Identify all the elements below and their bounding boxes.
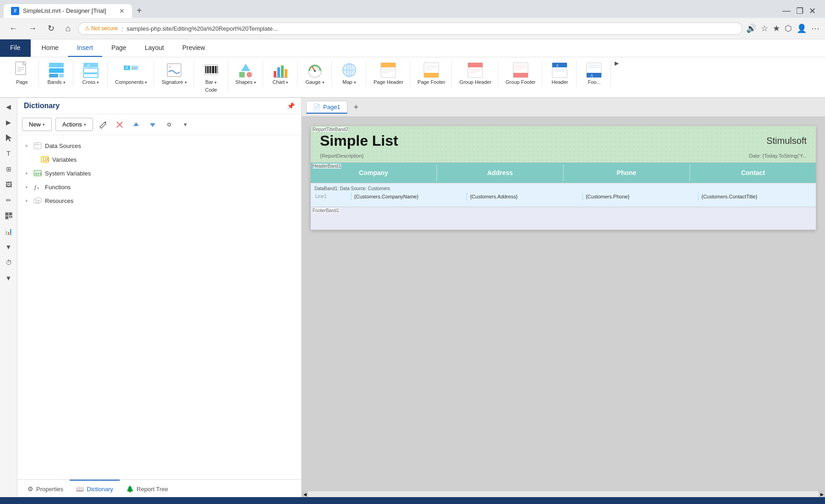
tab-report-tree[interactable]: 🌲 Report Tree	[120, 480, 175, 497]
tab-dictionary[interactable]: 📖 Dictionary	[70, 480, 120, 497]
back-button[interactable]: ←	[6, 22, 21, 35]
browser-tab[interactable]: // SimpleList.mrt - Designer [Trial] ✕	[4, 4, 132, 18]
ribbon-item-map[interactable]: Map ▾	[336, 60, 362, 87]
home-button[interactable]: ⌂	[62, 22, 74, 35]
tree-expand-resources[interactable]: +	[23, 197, 30, 204]
zoom-out-button[interactable]: −	[726, 503, 731, 504]
tree-icon-functions: fx	[33, 182, 42, 192]
tree-item-variables[interactable]: UAR Variables	[17, 153, 301, 166]
bands-icon	[48, 62, 65, 78]
ribbon-item-page-footer[interactable]: Page Footer	[415, 60, 448, 87]
ribbon-item-header[interactable]: A Header	[547, 60, 572, 87]
panel-pin-button[interactable]: 📌	[287, 102, 295, 110]
ribbon-item-page-header[interactable]: Page Header	[371, 60, 406, 87]
svg-text:A: A	[556, 63, 559, 68]
sidebar-table-icon[interactable]: ⊞	[2, 162, 16, 176]
data-field-company: {Customers.CompanyName}	[352, 193, 468, 200]
reload-button[interactable]: ↻	[44, 22, 58, 35]
scroll-left-button[interactable]: ◀	[302, 491, 308, 498]
ribbon-item-signature[interactable]: A Signature ▾	[159, 60, 189, 87]
canvas-area: 📄 Page1 + ReportTitleBand2 Simple List S…	[302, 98, 825, 497]
tab-file[interactable]: File	[0, 39, 31, 57]
move-up-icon[interactable]	[130, 118, 143, 131]
tree-expand-functions[interactable]: +	[23, 183, 30, 191]
tree-label-data-sources: Data Sources	[45, 142, 81, 149]
tree-item-data-sources[interactable]: + Data Sources	[17, 139, 301, 153]
tree-item-functions[interactable]: + fx Functions	[17, 180, 301, 194]
settings-dropdown-icon[interactable]: ▾	[179, 118, 192, 131]
tree-item-system-variables[interactable]: + SYS System Variables	[17, 166, 301, 180]
tree-item-resources[interactable]: + Resources	[17, 194, 301, 208]
collections-icon[interactable]: ⬡	[785, 23, 792, 33]
more-options-icon[interactable]: ⋯	[811, 23, 820, 33]
tab-page[interactable]: Page	[102, 39, 136, 57]
ribbon-scroll-right[interactable]: ▶	[612, 60, 621, 66]
ribbon-item-gauge-label: Gauge ▾	[305, 79, 324, 85]
add-favorites-icon[interactable]: ★	[773, 23, 780, 33]
move-down-icon[interactable]	[146, 118, 159, 131]
ribbon-item-cross[interactable]: A Cross ▾	[78, 60, 104, 87]
svg-rect-82	[9, 216, 11, 218]
new-button[interactable]: New ▾	[22, 118, 52, 131]
read-aloud-icon[interactable]: 🔊	[746, 23, 756, 33]
tab-layout[interactable]: Layout	[136, 39, 173, 57]
restore-button[interactable]: ❐	[796, 6, 803, 16]
tab-insert[interactable]: Insert	[68, 39, 102, 57]
horizontal-scrollbar[interactable]: ◀ ▶	[302, 491, 825, 497]
report-canvas[interactable]: ReportTitleBand2 Simple List Stimulsoft …	[302, 117, 825, 491]
ribbon-item-chart[interactable]: Chart ▾	[268, 60, 293, 87]
minimize-button[interactable]: —	[782, 6, 791, 16]
forward-button[interactable]: →	[25, 22, 40, 35]
scroll-track[interactable]	[308, 491, 819, 497]
sidebar-expand-more-icon[interactable]: ▼	[2, 240, 16, 254]
address-bar: ← → ↻ ⌂ ⚠ Not secure | samples-php.site/…	[0, 18, 825, 39]
sidebar-image-icon[interactable]: 🖼	[2, 178, 16, 192]
header-band-label: HeaderBand1	[313, 164, 341, 169]
data-band-label: DataBand1: Data Source: Customers	[313, 185, 814, 192]
ribbon-item-barcode[interactable]: Bar ▾	[198, 60, 224, 87]
ribbon-item-group-footer[interactable]: Group Footer	[503, 60, 538, 87]
properties-tab-label: Properties	[36, 486, 63, 493]
ribbon-item-gauge[interactable]: Gauge ▾	[302, 60, 328, 87]
svg-text:A: A	[590, 73, 593, 78]
tree-expand-data-sources[interactable]: +	[23, 142, 30, 149]
data-field-contact: {Customers.ContactTitle}	[698, 193, 814, 200]
sidebar-qr-icon[interactable]	[2, 209, 16, 223]
delete-icon[interactable]	[113, 118, 126, 131]
tab-close-button[interactable]: ✕	[119, 7, 125, 15]
ribbon-group-page-footer: Page Footer	[411, 60, 452, 87]
left-sidebar: ◀ ▶ T ⊞ 🖼 ✏ 📊 ▼ ⏱ ▼	[0, 98, 17, 497]
favorites-icon[interactable]: ☆	[761, 23, 768, 33]
sidebar-text-icon[interactable]: T	[2, 147, 16, 160]
scroll-right-button[interactable]: ▶	[819, 491, 825, 498]
close-button[interactable]: ✕	[809, 6, 816, 16]
sidebar-gauge2-icon[interactable]: ⏱	[2, 256, 16, 269]
tab-home[interactable]: Home	[33, 39, 68, 57]
new-tab-button[interactable]: +	[132, 4, 147, 18]
ribbon-item-bands[interactable]: Bands ▾	[44, 60, 69, 87]
sidebar-pointer-icon[interactable]	[2, 131, 16, 145]
actions-button[interactable]: Actions ▾	[55, 118, 93, 131]
sidebar-expand-icon[interactable]: ▶	[2, 115, 16, 129]
ribbon-item-shapes[interactable]: Shapes ▾	[233, 60, 259, 87]
ribbon-item-footer[interactable]: A Foo...	[581, 60, 607, 87]
sidebar-chart-icon[interactable]: 📊	[2, 225, 16, 238]
profile-icon[interactable]: 👤	[797, 23, 807, 33]
settings-icon[interactable]	[163, 118, 176, 131]
ribbon-item-components[interactable]: A Components ▾	[112, 60, 150, 87]
sidebar-draw-icon[interactable]: ✏	[2, 193, 16, 207]
url-bar[interactable]: ⚠ Not secure | samples-php.site/Editing%…	[78, 22, 742, 35]
tree-expand-system-variables[interactable]: +	[23, 170, 30, 177]
tab-properties[interactable]: ⚙ Properties	[21, 480, 70, 497]
add-page-button[interactable]: +	[351, 102, 362, 113]
ribbon-item-group-header[interactable]: Group Header	[456, 60, 494, 87]
tab-preview[interactable]: Preview	[173, 39, 214, 57]
edit-icon[interactable]	[97, 118, 110, 131]
sidebar-more-icon[interactable]: ▼	[2, 271, 16, 285]
sidebar-collapse-icon[interactable]: ◀	[2, 100, 16, 114]
svg-point-89	[166, 122, 172, 127]
svg-rect-83	[11, 216, 12, 218]
zoom-in-button[interactable]: +	[793, 503, 798, 504]
canvas-tab-page1[interactable]: 📄 Page1	[306, 101, 347, 114]
ribbon-item-page[interactable]: Page	[9, 60, 35, 87]
